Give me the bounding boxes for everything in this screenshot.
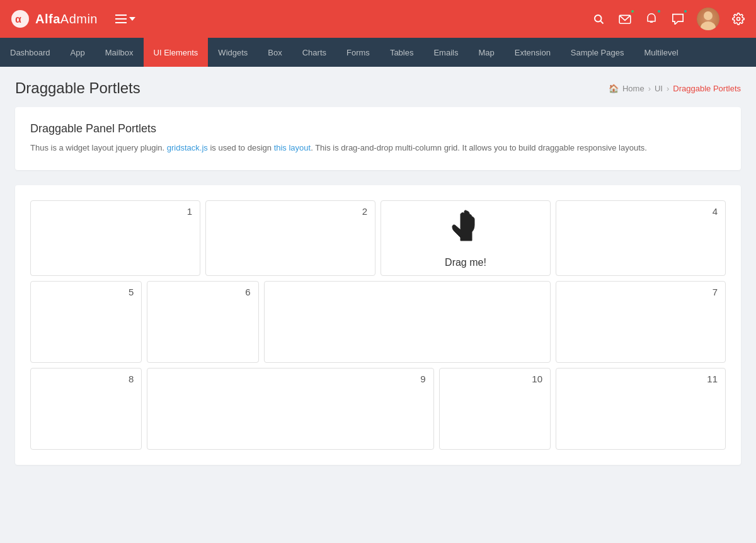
nav-app[interactable]: App: [60, 38, 95, 67]
portlet-10[interactable]: 10: [439, 368, 551, 450]
svg-text:α: α: [15, 14, 21, 25]
portlet-4[interactable]: 4: [556, 200, 726, 276]
nav-dashboard[interactable]: Dashboard: [0, 38, 60, 67]
nav-toggle[interactable]: [115, 14, 135, 23]
portlet-6[interactable]: 6: [147, 281, 258, 363]
portlet-11-label: 11: [707, 374, 718, 384]
portlet-11[interactable]: 11: [556, 368, 726, 450]
nav-extension[interactable]: Extension: [505, 38, 561, 67]
chat-icon-btn[interactable]: [670, 11, 685, 26]
nav-forms[interactable]: Forms: [336, 38, 380, 67]
brand[interactable]: α AlfaAdmin: [10, 9, 98, 29]
nav-emails[interactable]: Emails: [423, 38, 468, 67]
portlet-5[interactable]: 5: [30, 281, 142, 363]
svg-rect-4: [115, 22, 127, 23]
description-panel: Draggable Panel Portlets Thus is a widge…: [15, 107, 741, 170]
panel-description: Thus is a widget layout jquery plugin. g…: [30, 142, 726, 155]
nav-mailbox[interactable]: Mailbox: [95, 38, 144, 67]
svg-point-10: [704, 11, 713, 20]
portlet-10-label: 10: [532, 374, 542, 384]
portlet-7-label: 7: [713, 287, 718, 297]
portlet-6b-empty[interactable]: [264, 281, 551, 363]
nav-multilevel[interactable]: Multilevel: [634, 38, 688, 67]
svg-rect-2: [115, 14, 127, 16]
nav-charts[interactable]: Charts: [292, 38, 336, 67]
page-title: Draggable Portlets: [15, 79, 140, 97]
svg-rect-3: [115, 18, 127, 20]
portlet-1[interactable]: 1: [30, 200, 200, 276]
nav-widgets[interactable]: Widgets: [208, 38, 258, 67]
svg-point-12: [737, 18, 740, 21]
secondary-nav: Dashboard App Mailbox UI Elements Widget…: [0, 38, 756, 67]
portlet-1-label: 1: [187, 206, 192, 217]
drag-me-icon: [447, 208, 484, 253]
main-content: Draggable Panel Portlets Thus is a widge…: [0, 107, 756, 480]
breadcrumb-sep-1: ›: [648, 84, 651, 93]
portlet-9-label: 9: [420, 374, 425, 384]
nav-map[interactable]: Map: [468, 38, 504, 67]
page-header: Draggable Portlets 🏠 Home › UI › Draggab…: [0, 67, 756, 107]
svg-line-6: [600, 21, 603, 23]
svg-point-5: [595, 15, 602, 22]
nav-tables[interactable]: Tables: [380, 38, 424, 67]
portlet-7[interactable]: 7: [556, 281, 726, 363]
portlet-4-label: 4: [713, 206, 718, 217]
search-icon-btn[interactable]: [591, 11, 606, 26]
gridstack-link[interactable]: gridstack.js: [167, 143, 208, 152]
chat-badge: [683, 9, 688, 14]
breadcrumb-home[interactable]: Home: [622, 84, 644, 93]
portlet-grid: 1 2 Drag me! 4 5 6: [30, 200, 726, 450]
portlet-6-label: 6: [245, 287, 250, 297]
bell-badge: [656, 9, 662, 14]
portlet-5-label: 5: [129, 287, 134, 297]
top-navbar: α AlfaAdmin: [0, 0, 756, 38]
breadcrumb: 🏠 Home › UI › Draggable Portlets: [609, 84, 741, 93]
top-right-icons: [591, 8, 746, 30]
mail-badge: [630, 9, 635, 14]
brand-name: AlfaAdmin: [35, 12, 98, 26]
portlet-9[interactable]: 9: [147, 368, 433, 450]
portlet-2[interactable]: 2: [205, 200, 375, 276]
nav-ui-elements[interactable]: UI Elements: [144, 38, 209, 67]
portlet-3-dragme[interactable]: Drag me!: [381, 200, 551, 276]
nav-sample-pages[interactable]: Sample Pages: [561, 38, 634, 67]
breadcrumb-parent[interactable]: UI: [655, 84, 663, 93]
portlet-2-label: 2: [362, 206, 367, 217]
drag-me-label: Drag me!: [445, 257, 486, 268]
portlet-grid-container: 1 2 Drag me! 4 5 6: [15, 185, 741, 465]
bell-icon-btn[interactable]: [644, 11, 659, 26]
nav-box[interactable]: Box: [258, 38, 292, 67]
portlet-8[interactable]: 8: [30, 368, 142, 450]
portlet-8-label: 8: [129, 374, 134, 384]
panel-title: Draggable Panel Portlets: [30, 122, 726, 135]
avatar[interactable]: [697, 8, 719, 30]
breadcrumb-sep-2: ›: [667, 84, 669, 93]
mail-icon-btn[interactable]: [617, 11, 633, 26]
settings-icon-btn[interactable]: [731, 11, 746, 26]
layout-link[interactable]: this layout: [274, 143, 311, 152]
breadcrumb-icon: 🏠: [609, 84, 619, 93]
breadcrumb-current: Draggable Portlets: [673, 84, 741, 93]
